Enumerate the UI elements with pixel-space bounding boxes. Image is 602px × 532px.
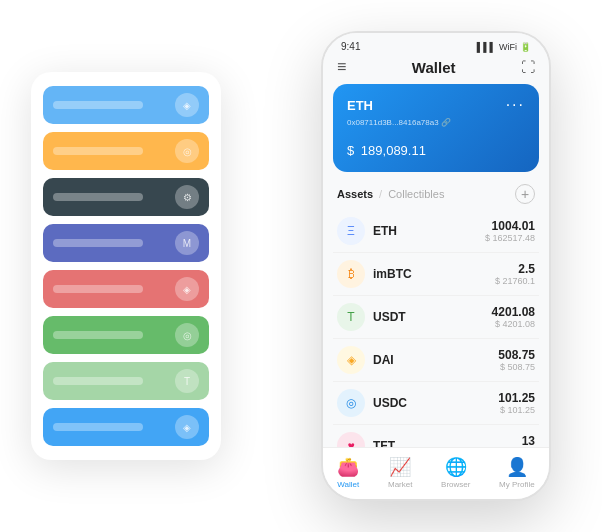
nav-icon: 🌐 bbox=[445, 456, 467, 478]
asset-values: 508.75 $ 508.75 bbox=[498, 348, 535, 372]
asset-item-tft[interactable]: ♥ TFT 13 0 bbox=[333, 425, 539, 447]
asset-list: Ξ ETH 1004.01 $ 162517.48 ₿ imBTC 2.5 $ … bbox=[323, 210, 549, 447]
signal-icon: ▌▌▌ bbox=[477, 42, 496, 52]
asset-amount: 101.25 bbox=[498, 391, 535, 405]
card-line bbox=[53, 239, 143, 247]
stack-card-5[interactable]: ◎ bbox=[43, 316, 209, 354]
balance-amount: 189,089.11 bbox=[357, 143, 426, 158]
nav-label: Browser bbox=[441, 480, 470, 489]
nav-icon: 👤 bbox=[506, 456, 528, 478]
asset-item-usdc[interactable]: ◎ USDC 101.25 $ 101.25 bbox=[333, 382, 539, 425]
nav-icon: 👛 bbox=[337, 456, 359, 478]
eth-card[interactable]: ETH ··· 0x08711d3B...8416a78a3 🔗 $ 189,0… bbox=[333, 84, 539, 172]
page-title: Wallet bbox=[412, 59, 456, 76]
asset-amount: 1004.01 bbox=[485, 219, 535, 233]
card-line bbox=[53, 285, 143, 293]
asset-values: 4201.08 $ 4201.08 bbox=[492, 305, 535, 329]
card-icon: ◈ bbox=[175, 93, 199, 117]
card-stack: ◈ ◎ ⚙ M ◈ ◎ T ◈ bbox=[31, 72, 221, 460]
asset-icon-tft: ♥ bbox=[337, 432, 365, 447]
card-line bbox=[53, 101, 143, 109]
card-line bbox=[53, 147, 143, 155]
asset-values: 1004.01 $ 162517.48 bbox=[485, 219, 535, 243]
asset-item-usdt[interactable]: T USDT 4201.08 $ 4201.08 bbox=[333, 296, 539, 339]
stack-card-2[interactable]: ⚙ bbox=[43, 178, 209, 216]
nav-icon: 📈 bbox=[389, 456, 411, 478]
asset-icon-usdc: ◎ bbox=[337, 389, 365, 417]
asset-amount: 13 bbox=[522, 434, 535, 447]
asset-usd: $ 101.25 bbox=[498, 405, 535, 415]
bottom-nav: 👛 Wallet 📈 Market 🌐 Browser 👤 My Profile bbox=[323, 447, 549, 499]
asset-item-imbtc[interactable]: ₿ imBTC 2.5 $ 21760.1 bbox=[333, 253, 539, 296]
asset-amount: 508.75 bbox=[498, 348, 535, 362]
nav-label: Market bbox=[388, 480, 412, 489]
card-line bbox=[53, 193, 143, 201]
assets-header: Assets / Collectibles + bbox=[323, 180, 549, 210]
asset-name: ETH bbox=[373, 224, 485, 238]
tab-collectibles[interactable]: Collectibles bbox=[388, 188, 444, 200]
asset-item-eth[interactable]: Ξ ETH 1004.01 $ 162517.48 bbox=[333, 210, 539, 253]
asset-amount: 4201.08 bbox=[492, 305, 535, 319]
add-asset-button[interactable]: + bbox=[515, 184, 535, 204]
tab-assets[interactable]: Assets bbox=[337, 188, 373, 200]
menu-icon[interactable]: ≡ bbox=[337, 58, 346, 76]
phone-mockup: 9:41 ▌▌▌ WiFi 🔋 ≡ Wallet ⛶ ETH ··· 0x087… bbox=[321, 31, 551, 501]
asset-icon-imbtc: ₿ bbox=[337, 260, 365, 288]
nav-item-market[interactable]: 📈 Market bbox=[388, 456, 412, 489]
card-line bbox=[53, 423, 143, 431]
nav-item-browser[interactable]: 🌐 Browser bbox=[441, 456, 470, 489]
eth-symbol: ETH bbox=[347, 98, 373, 113]
card-icon: ◈ bbox=[175, 415, 199, 439]
card-icon: M bbox=[175, 231, 199, 255]
expand-icon[interactable]: ⛶ bbox=[521, 59, 535, 75]
asset-icon-eth: Ξ bbox=[337, 217, 365, 245]
nav-item-my-profile[interactable]: 👤 My Profile bbox=[499, 456, 535, 489]
nav-label: Wallet bbox=[337, 480, 359, 489]
asset-item-dai[interactable]: ◈ DAI 508.75 $ 508.75 bbox=[333, 339, 539, 382]
asset-name: USDC bbox=[373, 396, 498, 410]
asset-values: 13 0 bbox=[522, 434, 535, 447]
nav-item-wallet[interactable]: 👛 Wallet bbox=[337, 456, 359, 489]
asset-usd: $ 162517.48 bbox=[485, 233, 535, 243]
stack-card-4[interactable]: ◈ bbox=[43, 270, 209, 308]
asset-amount: 2.5 bbox=[495, 262, 535, 276]
asset-name: USDT bbox=[373, 310, 492, 324]
asset-name: imBTC bbox=[373, 267, 495, 281]
card-icon: ◎ bbox=[175, 323, 199, 347]
card-line bbox=[53, 377, 143, 385]
eth-more-icon[interactable]: ··· bbox=[506, 96, 525, 114]
stack-card-1[interactable]: ◎ bbox=[43, 132, 209, 170]
asset-icon-usdt: T bbox=[337, 303, 365, 331]
battery-icon: 🔋 bbox=[520, 42, 531, 52]
stack-card-6[interactable]: T bbox=[43, 362, 209, 400]
asset-usd: $ 4201.08 bbox=[492, 319, 535, 329]
status-time: 9:41 bbox=[341, 41, 360, 52]
eth-balance: $ 189,089.11 bbox=[347, 137, 525, 160]
wifi-icon: WiFi bbox=[499, 42, 517, 52]
stack-card-3[interactable]: M bbox=[43, 224, 209, 262]
card-icon: ⚙ bbox=[175, 185, 199, 209]
asset-values: 2.5 $ 21760.1 bbox=[495, 262, 535, 286]
asset-name: DAI bbox=[373, 353, 498, 367]
asset-usd: $ 508.75 bbox=[498, 362, 535, 372]
balance-prefix: $ bbox=[347, 143, 354, 158]
asset-values: 101.25 $ 101.25 bbox=[498, 391, 535, 415]
eth-address: 0x08711d3B...8416a78a3 🔗 bbox=[347, 118, 525, 127]
asset-icon-dai: ◈ bbox=[337, 346, 365, 374]
asset-name: TFT bbox=[373, 439, 522, 447]
phone-header: ≡ Wallet ⛶ bbox=[323, 54, 549, 84]
card-icon: ◈ bbox=[175, 277, 199, 301]
card-icon: ◎ bbox=[175, 139, 199, 163]
stack-card-7[interactable]: ◈ bbox=[43, 408, 209, 446]
asset-usd: $ 21760.1 bbox=[495, 276, 535, 286]
nav-label: My Profile bbox=[499, 480, 535, 489]
status-bar: 9:41 ▌▌▌ WiFi 🔋 bbox=[323, 33, 549, 54]
stack-card-0[interactable]: ◈ bbox=[43, 86, 209, 124]
card-icon: T bbox=[175, 369, 199, 393]
card-line bbox=[53, 331, 143, 339]
